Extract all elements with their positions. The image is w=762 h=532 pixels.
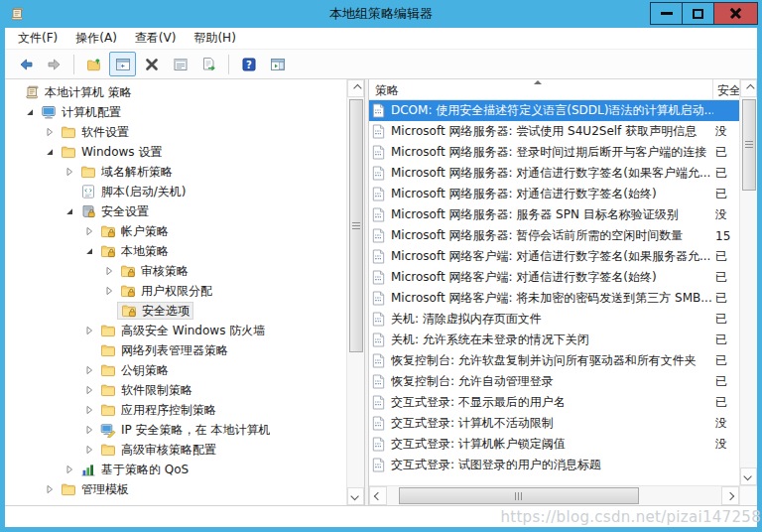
tree-item-network-list-manager-policies[interactable]: 网络列表管理器策略 [5, 340, 345, 360]
tree-item-body[interactable]: 安全选项 [117, 302, 193, 320]
action-pane-toggle-button[interactable] [264, 52, 291, 76]
tree-item-body[interactable]: 网络列表管理器策略 [97, 341, 231, 359]
policy-row[interactable]: Microsoft 网络服务器: 服务器 SPN 目标名称验证级别没 [369, 204, 739, 225]
tree-item-body[interactable]: 域名解析策略 [77, 163, 176, 181]
tree-item-local-policies[interactable]: 本地策略 [5, 241, 345, 261]
tree-scrollbar-thumb[interactable] [349, 99, 363, 352]
policy-row[interactable]: 交互式登录: 试图登录的用户的消息标题 [369, 455, 739, 475]
tree-item-user-rights-assignment[interactable]: 用户权限分配 [5, 281, 345, 301]
policy-row[interactable]: 恢复控制台: 允许软盘复制并访问所有驱动器和所有文件夹已 [369, 350, 739, 371]
tree-item-windows-settings[interactable]: Windows 设置 [5, 142, 345, 162]
tree-item-body[interactable]: 软件设置 [58, 123, 132, 141]
list-scroll-down-button[interactable] [740, 467, 757, 485]
tree-item-body[interactable]: Windows 设置 [58, 143, 165, 161]
column-header-security-setting[interactable]: 安全设置 [713, 79, 739, 99]
forward-button[interactable] [41, 52, 67, 76]
policy-row[interactable]: Microsoft 网络服务器: 尝试使用 S4U2Self 获取声明信息没 [369, 121, 739, 142]
tree-item-body[interactable]: 公钥策略 [97, 361, 172, 379]
tree-item-account-policies[interactable]: 帐户策略 [5, 221, 345, 241]
menu-item-action[interactable]: 操作(A) [66, 27, 126, 50]
list-scrollbar-thumb[interactable] [742, 99, 756, 191]
menu-item-view[interactable]: 查看(V) [126, 27, 186, 50]
policy-row[interactable]: Microsoft 网络服务器: 对通信进行数字签名(如果客户端允...已 [369, 163, 739, 184]
policy-row[interactable]: 关机: 清除虚拟内存页面文件已 [369, 309, 739, 330]
policy-row[interactable]: Microsoft 网络客户端: 对通信进行数字签名(始终)已 [369, 267, 739, 288]
expand-arrow-collapsed-icon[interactable] [62, 167, 77, 177]
tree-item-body[interactable]: 管理模板 [58, 480, 132, 498]
list-scroll-up-button[interactable] [740, 79, 757, 97]
close-button[interactable] [713, 2, 758, 25]
tree-item-body[interactable]: 本地策略 [97, 242, 172, 260]
policy-row[interactable]: Microsoft 网络服务器: 对通信进行数字签名(始终)已 [369, 184, 739, 204]
list-vertical-scrollbar[interactable] [739, 79, 757, 485]
policy-row[interactable]: Microsoft 网络客户端: 对通信进行数字签名(如果服务器允...已 [369, 246, 739, 267]
minimize-button[interactable] [650, 2, 683, 25]
tree-scroll-down-button[interactable] [347, 487, 364, 505]
policy-row[interactable]: 恢复控制台: 允许自动管理登录已 [369, 371, 739, 392]
tree-item-security-options[interactable]: 安全选项 [5, 301, 345, 321]
expand-arrow-expanded-icon[interactable] [62, 206, 77, 216]
tree-item-body[interactable]: 基于策略的 QoS [77, 461, 191, 478]
policy-row[interactable]: 关机: 允许系统在未登录的情况下关闭已 [369, 330, 739, 350]
expand-arrow-expanded-icon[interactable] [81, 246, 97, 256]
tree-item-body[interactable]: 应用程序控制策略 [97, 401, 219, 419]
tree-item-windows-firewall-advanced-security[interactable]: 高级安全 Windows 防火墙 [5, 321, 345, 340]
expand-arrow-expanded-icon[interactable] [22, 107, 38, 117]
tree-item-body[interactable]: 本地计算机 策略 [21, 83, 135, 101]
tree-item-body[interactable]: 脚本(启动/关机) [77, 183, 189, 200]
policy-row[interactable]: 交互式登录: 计算机不活动限制没 [369, 413, 739, 434]
expand-arrow-collapsed-icon[interactable] [42, 484, 58, 494]
delete-button[interactable] [138, 52, 165, 76]
policy-row[interactable]: 交互式登录: 不显示最后的用户名已 [369, 392, 739, 413]
expand-arrow-collapsed-icon[interactable] [81, 226, 97, 236]
horizontal-scrollbar-thumb[interactable] [399, 487, 639, 504]
up-level-button[interactable] [80, 52, 107, 76]
expand-arrow-collapsed-icon[interactable] [81, 445, 97, 455]
expand-arrow-expanded-icon[interactable] [42, 147, 58, 157]
policy-row[interactable]: DCOM: 使用安全描述符定义语言(SDDL)语法的计算机启动... [369, 100, 739, 121]
tree-item-ip-security-policies[interactable]: IP 安全策略，在 本地计算机 [5, 420, 345, 440]
policy-row[interactable]: Microsoft 网络服务器: 登录时间过期后断开与客户端的连接已 [369, 142, 739, 163]
menu-item-file[interactable]: 文件(F) [9, 27, 66, 50]
tree-item-computer-configuration[interactable]: 计算机配置 [5, 102, 345, 122]
tree-scroll-up-button[interactable] [347, 79, 364, 97]
tree-item-administrative-templates[interactable]: 管理模板 [5, 479, 345, 499]
expand-arrow-collapsed-icon[interactable] [81, 405, 97, 415]
tree-item-body[interactable]: 安全设置 [77, 202, 152, 220]
tree-item-body[interactable]: 软件限制策略 [97, 381, 195, 399]
expand-arrow-collapsed-icon[interactable] [81, 365, 97, 375]
export-list-button[interactable] [195, 52, 222, 76]
tree-item-application-control-policies[interactable]: 应用程序控制策略 [5, 400, 345, 420]
tree-item-security-settings[interactable]: 安全设置 [5, 201, 345, 221]
tree-item-body[interactable]: IP 安全策略，在 本地计算机 [97, 421, 273, 439]
properties-button[interactable] [167, 52, 193, 76]
tree-vertical-scrollbar[interactable] [346, 79, 364, 505]
tree-item-body[interactable]: 计算机配置 [38, 103, 124, 121]
tree-item-body[interactable]: 审核策略 [117, 262, 191, 280]
tree-item-body[interactable]: 用户权限分配 [117, 282, 215, 300]
expand-arrow-collapsed-icon[interactable] [62, 465, 77, 474]
expand-arrow-collapsed-icon[interactable] [42, 127, 58, 137]
expand-arrow-collapsed-icon[interactable] [81, 425, 97, 435]
tree-item-body[interactable]: 高级安全 Windows 防火墙 [97, 322, 268, 339]
tree-item-scripts-startup-shutdown[interactable]: 脚本(启动/关机) [5, 182, 345, 201]
tree-item-body[interactable]: 帐户策略 [97, 222, 172, 240]
back-button[interactable] [12, 52, 39, 76]
menu-item-help[interactable]: 帮助(H) [185, 27, 244, 50]
maximize-button[interactable] [682, 2, 714, 25]
scroll-left-button[interactable] [369, 486, 387, 505]
tree-item-public-key-policies[interactable]: 公钥策略 [5, 360, 345, 380]
policy-row[interactable]: 交互式登录: 计算机帐户锁定阈值没 [369, 434, 739, 455]
expand-arrow-collapsed-icon[interactable] [81, 385, 97, 395]
tree-item-local-computer-policy[interactable]: 本地计算机 策略 [5, 82, 345, 102]
policy-row[interactable]: Microsoft 网络服务器: 暂停会话前所需的空闲时间数量15 [369, 225, 739, 246]
scroll-right-button[interactable] [721, 486, 739, 505]
list-horizontal-scrollbar[interactable] [369, 485, 739, 505]
console-tree-toggle-button[interactable] [109, 52, 136, 76]
policy-row[interactable]: Microsoft 网络客户端: 将未加密的密码发送到第三方 SMB...已 [369, 288, 739, 309]
expand-arrow-collapsed-icon[interactable] [81, 326, 97, 335]
tree-item-software-settings[interactable]: 软件设置 [5, 122, 345, 142]
tree-item-name-resolution-policy[interactable]: 域名解析策略 [5, 162, 345, 182]
tree-item-advanced-audit-policy-configuration[interactable]: 高级审核策略配置 [5, 440, 345, 460]
tree-item-audit-policy[interactable]: 审核策略 [5, 261, 345, 281]
